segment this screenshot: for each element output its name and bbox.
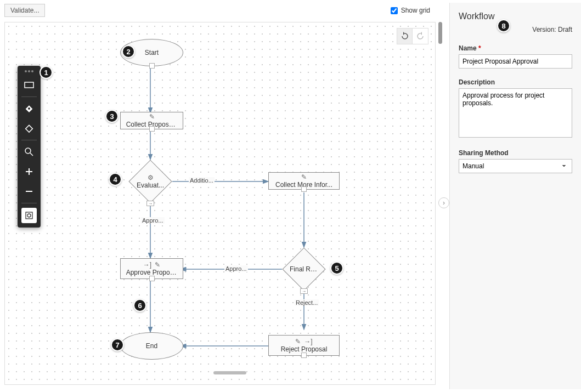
callout-3: 3 xyxy=(105,110,119,123)
sharing-label: Sharing Method xyxy=(459,149,572,157)
node-handle[interactable] xyxy=(149,276,155,281)
workflow-canvas[interactable]: Additio... Appro... Appro... Reject... S… xyxy=(5,22,435,384)
undo-button[interactable] xyxy=(397,29,413,44)
redo-icon xyxy=(416,32,425,41)
minus-icon xyxy=(25,187,33,196)
plus-icon xyxy=(25,167,33,176)
redo-button[interactable] xyxy=(413,29,428,44)
panel-version: Version: Draft xyxy=(459,26,572,33)
tool-decision-filled[interactable] xyxy=(20,99,38,118)
edge-label-additional: Additio... xyxy=(189,177,215,184)
validate-button[interactable]: Validate... xyxy=(4,4,45,17)
undo-icon xyxy=(401,32,409,41)
svg-rect-10 xyxy=(26,212,32,219)
undo-redo-group xyxy=(397,28,428,44)
callout-1: 1 xyxy=(40,66,53,79)
name-input[interactable] xyxy=(459,54,572,69)
svg-point-5 xyxy=(25,148,31,154)
node-handle[interactable] xyxy=(149,126,155,132)
magnifier-icon xyxy=(25,147,33,156)
pencil-icon: ✎ xyxy=(295,338,301,345)
properties-panel: Workflow Version: Draft Name * Descripti… xyxy=(449,3,581,389)
horizontal-scrollbar[interactable] xyxy=(213,371,246,374)
node-collect-more[interactable]: ✎ Collect More Infor... xyxy=(268,172,340,190)
canvas-container: Additio... Appro... Appro... Reject... S… xyxy=(4,22,436,385)
fit-screen-icon xyxy=(25,211,33,220)
toolbox-drag-handle[interactable] xyxy=(24,70,35,72)
rectangle-icon xyxy=(24,82,34,88)
tool-zoom-in[interactable] xyxy=(20,162,38,181)
sharing-select[interactable]: Manual xyxy=(459,159,572,173)
name-label: Name * xyxy=(459,44,572,52)
exit-icon: →] xyxy=(304,338,312,345)
tool-fit-screen[interactable] xyxy=(21,208,37,223)
panel-collapse-button[interactable]: › xyxy=(438,197,449,208)
enter-icon: →] xyxy=(143,261,151,269)
toolbox[interactable] xyxy=(18,66,41,228)
node-end[interactable]: End xyxy=(120,332,183,360)
diamond-outline-icon xyxy=(24,123,34,133)
node-handle[interactable] xyxy=(149,63,155,69)
node-handle[interactable] xyxy=(301,353,307,358)
node-handle[interactable]: → xyxy=(300,288,308,294)
chevron-right-icon: › xyxy=(443,199,445,207)
node-approve[interactable]: →] ✎ Approve Proposal xyxy=(120,258,183,279)
gear-icon: ⚙ xyxy=(148,174,154,181)
description-textarea[interactable]: Approval process for project proposals. xyxy=(459,88,572,138)
callout-2: 2 xyxy=(122,45,135,58)
vertical-scrollbar[interactable] xyxy=(438,22,442,44)
show-grid-checkbox[interactable] xyxy=(391,7,398,14)
callout-6: 6 xyxy=(133,299,146,312)
callout-7: 7 xyxy=(111,338,124,351)
node-reject-label: Reject Proposal xyxy=(279,345,330,353)
tool-zoom[interactable] xyxy=(20,143,38,161)
callout-8: 8 xyxy=(497,19,510,32)
description-label: Description xyxy=(459,78,572,86)
callout-4: 4 xyxy=(109,173,122,186)
show-grid-label: Show grid xyxy=(401,7,430,14)
node-collect-proposal[interactable]: ✎ Collect Proposal I... xyxy=(120,112,183,129)
diamond-filled-icon xyxy=(24,104,34,113)
tool-decision-outline[interactable] xyxy=(20,119,38,138)
node-reject[interactable]: ✎ →] Reject Proposal xyxy=(268,335,340,356)
svg-line-6 xyxy=(30,153,33,156)
edge-label-approve1: Appro... xyxy=(141,217,165,224)
svg-rect-1 xyxy=(25,82,33,88)
node-evaluate-label: Evaluat... xyxy=(134,181,166,189)
node-evaluate[interactable]: ⚙ Evaluat... → xyxy=(128,160,172,203)
svg-rect-4 xyxy=(26,125,33,132)
node-final-review-label: Final Re... xyxy=(287,265,320,273)
pencil-icon: ✎ xyxy=(155,261,160,269)
callout-5: 5 xyxy=(330,262,343,275)
show-grid-toggle[interactable]: Show grid xyxy=(391,7,430,14)
node-approve-label: Approve Proposal xyxy=(124,269,180,276)
tool-rectangle[interactable] xyxy=(20,76,38,94)
edge-label-approve2: Appro... xyxy=(224,265,248,272)
node-end-label: End xyxy=(144,342,160,350)
node-handle[interactable]: → xyxy=(146,201,154,206)
edges-layer xyxy=(5,22,435,384)
svg-point-11 xyxy=(27,214,31,217)
edge-label-reject: Reject... xyxy=(295,299,319,306)
node-handle[interactable] xyxy=(301,186,307,192)
pencil-icon: ✎ xyxy=(301,173,307,181)
pencil-icon: ✎ xyxy=(149,113,155,121)
node-start-label: Start xyxy=(143,49,161,56)
svg-point-3 xyxy=(28,107,30,110)
tool-zoom-out[interactable] xyxy=(20,182,38,201)
panel-title: Workflow xyxy=(459,12,572,21)
node-final-review[interactable]: Final Re... → xyxy=(282,247,326,291)
